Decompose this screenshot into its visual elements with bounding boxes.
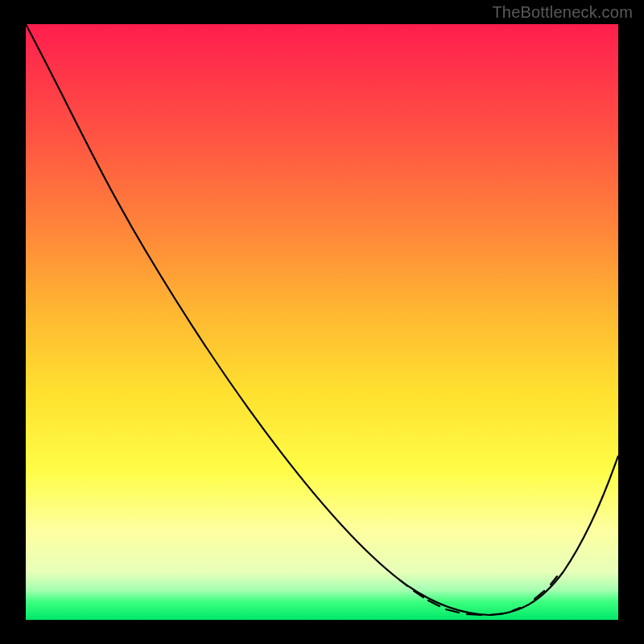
marker-dash bbox=[467, 614, 481, 615]
main-curve bbox=[26, 24, 618, 615]
watermark-text: TheBottleneck.com bbox=[492, 3, 633, 22]
chart-container: TheBottleneck.com bbox=[0, 0, 644, 644]
curve-svg bbox=[26, 24, 618, 620]
plot-area bbox=[26, 24, 618, 620]
marker-dash bbox=[399, 580, 407, 586]
